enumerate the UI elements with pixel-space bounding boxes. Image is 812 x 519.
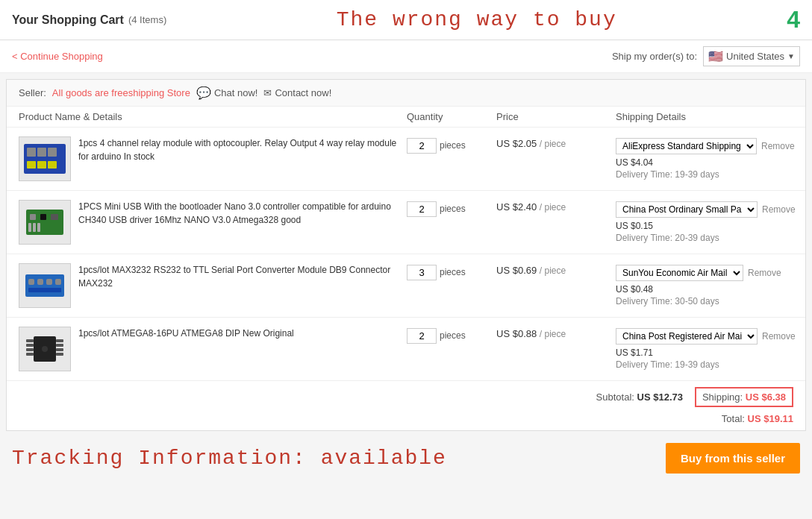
price-col-2: US $2.40 / piece — [496, 200, 616, 213]
remove-button-2[interactable]: Remove — [762, 204, 796, 215]
product-info-3: 1pcs/lot MAX3232 RS232 to TTL Serial Por… — [19, 263, 407, 308]
shipping-select-2[interactable]: China Post Ordinary Small Packet — [616, 201, 758, 218]
product-image-4 — [19, 327, 71, 371]
shipping-total-value: US $6.38 — [746, 391, 786, 403]
product-image-1 — [19, 136, 71, 181]
shipping-col-3: SunYou Economic Air Mail Remove US $0.48… — [616, 263, 793, 306]
svg-rect-17 — [46, 279, 52, 285]
shipping-col-4: China Post Registered Air Mail Remove US… — [616, 327, 796, 370]
tracking-text: Tracking Information: available — [12, 447, 447, 470]
country-select[interactable]: 🇺🇸 United States ▼ — [703, 46, 800, 66]
svg-rect-13 — [37, 223, 40, 232]
table-row: 1pcs/lot ATMEGA8-16PU ATMEGA8 DIP New Or… — [7, 318, 805, 381]
per-piece-1: / piece — [540, 139, 566, 149]
product-info-1: 1pcs 4 channel relay module with optocou… — [19, 136, 407, 181]
col-product: Product Name & Details — [19, 111, 407, 122]
seller-label: Seller: — [19, 87, 46, 98]
chat-icon: 💬 — [196, 86, 211, 100]
chat-button[interactable]: 💬 Chat now! — [196, 86, 258, 100]
qty-col-2: pieces — [407, 200, 496, 217]
bottom-section: Tracking Information: available Buy from… — [0, 437, 812, 485]
shipping-cost-3: US $0.48 — [616, 284, 793, 295]
chat-label: Chat now! — [214, 87, 258, 98]
svg-rect-24 — [26, 353, 34, 356]
price-col-4: US $0.88 / piece — [496, 327, 616, 339]
header-slogan: The wrong way to buy — [166, 8, 787, 31]
continue-shopping-link[interactable]: < Continue Shopping — [12, 51, 103, 62]
svg-rect-22 — [26, 344, 34, 347]
table-row: 1pcs 4 channel relay module with optocou… — [7, 128, 805, 191]
svg-rect-26 — [56, 344, 63, 347]
svg-rect-10 — [51, 214, 58, 220]
shipping-cost-2: US $0.15 — [616, 221, 796, 231]
svg-rect-3 — [48, 148, 57, 157]
col-price: Price — [496, 111, 616, 122]
svg-rect-8 — [30, 214, 36, 220]
price-value-4: US $0.88 — [496, 328, 537, 339]
svg-rect-21 — [26, 339, 34, 342]
pieces-label-1: pieces — [440, 140, 466, 151]
per-piece-4: / piece — [540, 329, 566, 339]
header: Your Shopping Cart (4 Items) The wrong w… — [0, 0, 812, 40]
product-image-2 — [19, 200, 71, 245]
product-name-1: 1pcs 4 channel relay module with optocou… — [78, 136, 407, 163]
product-name-3: 1pcs/lot MAX3232 RS232 to TTL Serial Por… — [78, 263, 407, 290]
qty-col-4: pieces — [407, 327, 496, 344]
flag-icon: 🇺🇸 — [708, 49, 723, 63]
shipping-col-1: AliExpress Standard Shipping Remove US $… — [616, 136, 795, 180]
shipping-select-4[interactable]: China Post Registered Air Mail — [616, 328, 758, 345]
svg-rect-1 — [27, 148, 36, 157]
header-number: 4 — [787, 6, 800, 34]
product-name-2: 1PCS Mini USB With the bootloader Nano 3… — [78, 200, 407, 227]
price-col-3: US $0.69 / piece — [496, 263, 616, 276]
svg-rect-27 — [56, 348, 63, 351]
svg-rect-7 — [26, 210, 63, 235]
quantity-input-4[interactable] — [407, 328, 437, 344]
per-piece-3: / piece — [540, 265, 566, 276]
quantity-input-3[interactable] — [407, 265, 437, 280]
shipping-method-row-2: China Post Ordinary Small Packet Remove — [616, 201, 796, 218]
remove-button-4[interactable]: Remove — [762, 331, 796, 342]
shipping-cost-4: US $1.71 — [616, 347, 796, 358]
svg-rect-12 — [33, 223, 36, 232]
qty-col-3: pieces — [407, 263, 496, 280]
svg-rect-5 — [37, 161, 46, 169]
pieces-label-3: pieces — [440, 267, 466, 277]
shipping-method-row-1: AliExpress Standard Shipping Remove — [616, 138, 795, 154]
seller-name[interactable]: All goods are freeshipping Store — [52, 87, 190, 98]
per-piece-2: / piece — [540, 202, 566, 213]
remove-button-1[interactable]: Remove — [761, 141, 795, 151]
subtotal-label: Subtotal: US $12.73 — [596, 391, 683, 403]
shipping-select-1[interactable]: AliExpress Standard Shipping — [616, 138, 757, 154]
price-value-2: US $2.40 — [496, 201, 537, 213]
svg-rect-9 — [40, 214, 46, 220]
svg-rect-6 — [48, 161, 57, 169]
svg-point-29 — [42, 346, 48, 352]
chevron-down-icon: ▼ — [787, 52, 795, 60]
remove-button-3[interactable]: Remove — [748, 268, 781, 278]
contact-button[interactable]: ✉ Contact now! — [263, 87, 331, 98]
svg-rect-11 — [28, 223, 31, 232]
price-value-3: US $0.69 — [496, 265, 537, 276]
total-final: Total: US $19.11 — [722, 413, 793, 424]
product-rows: 1pcs 4 channel relay module with optocou… — [7, 128, 805, 381]
svg-rect-4 — [27, 161, 36, 169]
svg-rect-2 — [37, 148, 46, 157]
shipping-method-row-3: SunYou Economic Air Mail Remove — [616, 265, 793, 281]
shipping-select-3[interactable]: SunYou Economic Air Mail — [616, 265, 743, 281]
svg-rect-25 — [56, 339, 63, 342]
quantity-input-2[interactable] — [407, 201, 437, 217]
shipping-method-row-4: China Post Registered Air Mail Remove — [616, 328, 796, 345]
email-icon: ✉ — [263, 87, 272, 98]
svg-rect-16 — [37, 279, 43, 285]
totals-row: Subtotal: US $12.73 Shipping: US $6.38 — [7, 381, 805, 413]
shipping-total: Shipping: US $6.38 — [695, 387, 793, 407]
quantity-input-1[interactable] — [407, 138, 437, 154]
shipping-cost-1: US $4.04 — [616, 157, 795, 168]
table-row: 1PCS Mini USB With the bootloader Nano 3… — [7, 191, 805, 254]
product-name-4: 1pcs/lot ATMEGA8-16PU ATMEGA8 DIP New Or… — [78, 327, 294, 340]
svg-rect-28 — [56, 353, 63, 356]
price-value-1: US $2.05 — [496, 138, 537, 149]
country-name: United States — [726, 51, 784, 62]
buy-from-seller-button[interactable]: Buy from this seller — [666, 443, 800, 474]
